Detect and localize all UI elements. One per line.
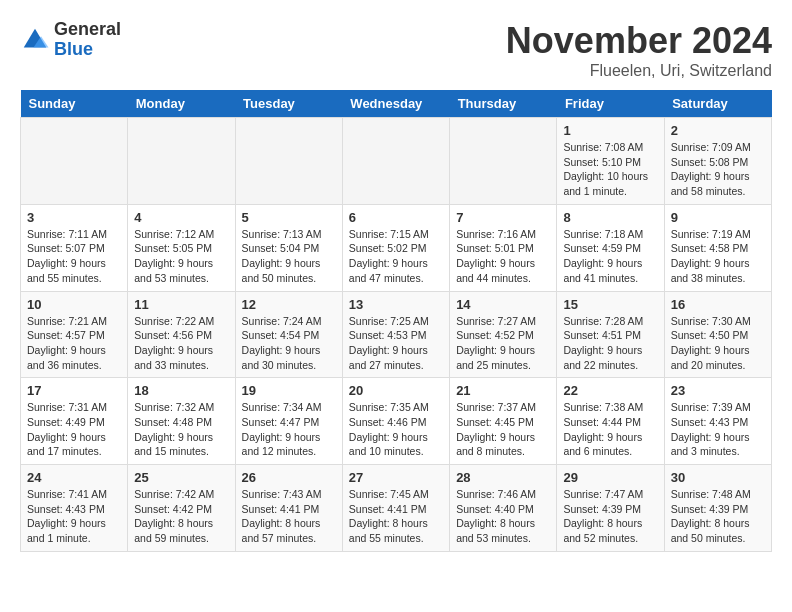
day-info: Sunrise: 7:13 AM Sunset: 5:04 PM Dayligh… <box>242 227 336 286</box>
table-row <box>21 118 128 205</box>
header-friday: Friday <box>557 90 664 118</box>
day-info: Sunrise: 7:27 AM Sunset: 4:52 PM Dayligh… <box>456 314 550 373</box>
logo-blue: Blue <box>54 40 121 60</box>
day-number: 13 <box>349 297 443 312</box>
day-number: 15 <box>563 297 657 312</box>
calendar-week-row: 1Sunrise: 7:08 AM Sunset: 5:10 PM Daylig… <box>21 118 772 205</box>
day-info: Sunrise: 7:34 AM Sunset: 4:47 PM Dayligh… <box>242 400 336 459</box>
day-number: 29 <box>563 470 657 485</box>
header-saturday: Saturday <box>664 90 771 118</box>
day-info: Sunrise: 7:30 AM Sunset: 4:50 PM Dayligh… <box>671 314 765 373</box>
day-number: 24 <box>27 470 121 485</box>
page-header: General Blue November 2024 Flueelen, Uri… <box>20 20 772 80</box>
table-row: 24Sunrise: 7:41 AM Sunset: 4:43 PM Dayli… <box>21 465 128 552</box>
calendar-week-row: 17Sunrise: 7:31 AM Sunset: 4:49 PM Dayli… <box>21 378 772 465</box>
day-number: 10 <box>27 297 121 312</box>
day-number: 21 <box>456 383 550 398</box>
day-number: 19 <box>242 383 336 398</box>
header-wednesday: Wednesday <box>342 90 449 118</box>
table-row: 12Sunrise: 7:24 AM Sunset: 4:54 PM Dayli… <box>235 291 342 378</box>
day-info: Sunrise: 7:21 AM Sunset: 4:57 PM Dayligh… <box>27 314 121 373</box>
table-row <box>450 118 557 205</box>
day-number: 6 <box>349 210 443 225</box>
day-number: 9 <box>671 210 765 225</box>
day-info: Sunrise: 7:38 AM Sunset: 4:44 PM Dayligh… <box>563 400 657 459</box>
day-number: 12 <box>242 297 336 312</box>
table-row: 5Sunrise: 7:13 AM Sunset: 5:04 PM Daylig… <box>235 204 342 291</box>
table-row: 13Sunrise: 7:25 AM Sunset: 4:53 PM Dayli… <box>342 291 449 378</box>
day-number: 14 <box>456 297 550 312</box>
logo-general: General <box>54 20 121 40</box>
table-row: 7Sunrise: 7:16 AM Sunset: 5:01 PM Daylig… <box>450 204 557 291</box>
day-number: 7 <box>456 210 550 225</box>
day-info: Sunrise: 7:31 AM Sunset: 4:49 PM Dayligh… <box>27 400 121 459</box>
day-number: 8 <box>563 210 657 225</box>
header-thursday: Thursday <box>450 90 557 118</box>
day-number: 23 <box>671 383 765 398</box>
day-number: 26 <box>242 470 336 485</box>
day-number: 30 <box>671 470 765 485</box>
logo: General Blue <box>20 20 121 60</box>
table-row: 20Sunrise: 7:35 AM Sunset: 4:46 PM Dayli… <box>342 378 449 465</box>
day-info: Sunrise: 7:46 AM Sunset: 4:40 PM Dayligh… <box>456 487 550 546</box>
title-block: November 2024 Flueelen, Uri, Switzerland <box>506 20 772 80</box>
header-sunday: Sunday <box>21 90 128 118</box>
day-info: Sunrise: 7:28 AM Sunset: 4:51 PM Dayligh… <box>563 314 657 373</box>
day-info: Sunrise: 7:39 AM Sunset: 4:43 PM Dayligh… <box>671 400 765 459</box>
day-info: Sunrise: 7:48 AM Sunset: 4:39 PM Dayligh… <box>671 487 765 546</box>
day-info: Sunrise: 7:37 AM Sunset: 4:45 PM Dayligh… <box>456 400 550 459</box>
day-info: Sunrise: 7:22 AM Sunset: 4:56 PM Dayligh… <box>134 314 228 373</box>
table-row: 8Sunrise: 7:18 AM Sunset: 4:59 PM Daylig… <box>557 204 664 291</box>
table-row: 27Sunrise: 7:45 AM Sunset: 4:41 PM Dayli… <box>342 465 449 552</box>
day-info: Sunrise: 7:15 AM Sunset: 5:02 PM Dayligh… <box>349 227 443 286</box>
table-row: 29Sunrise: 7:47 AM Sunset: 4:39 PM Dayli… <box>557 465 664 552</box>
day-info: Sunrise: 7:45 AM Sunset: 4:41 PM Dayligh… <box>349 487 443 546</box>
day-info: Sunrise: 7:08 AM Sunset: 5:10 PM Dayligh… <box>563 140 657 199</box>
table-row: 19Sunrise: 7:34 AM Sunset: 4:47 PM Dayli… <box>235 378 342 465</box>
table-row: 22Sunrise: 7:38 AM Sunset: 4:44 PM Dayli… <box>557 378 664 465</box>
table-row <box>235 118 342 205</box>
table-row: 17Sunrise: 7:31 AM Sunset: 4:49 PM Dayli… <box>21 378 128 465</box>
header-tuesday: Tuesday <box>235 90 342 118</box>
table-row: 3Sunrise: 7:11 AM Sunset: 5:07 PM Daylig… <box>21 204 128 291</box>
table-row: 2Sunrise: 7:09 AM Sunset: 5:08 PM Daylig… <box>664 118 771 205</box>
calendar-header-row: Sunday Monday Tuesday Wednesday Thursday… <box>21 90 772 118</box>
day-info: Sunrise: 7:12 AM Sunset: 5:05 PM Dayligh… <box>134 227 228 286</box>
day-info: Sunrise: 7:16 AM Sunset: 5:01 PM Dayligh… <box>456 227 550 286</box>
day-number: 2 <box>671 123 765 138</box>
day-number: 3 <box>27 210 121 225</box>
calendar-week-row: 24Sunrise: 7:41 AM Sunset: 4:43 PM Dayli… <box>21 465 772 552</box>
day-info: Sunrise: 7:25 AM Sunset: 4:53 PM Dayligh… <box>349 314 443 373</box>
calendar-table: Sunday Monday Tuesday Wednesday Thursday… <box>20 90 772 552</box>
day-info: Sunrise: 7:43 AM Sunset: 4:41 PM Dayligh… <box>242 487 336 546</box>
day-number: 5 <box>242 210 336 225</box>
logo-icon <box>20 25 50 55</box>
day-info: Sunrise: 7:18 AM Sunset: 4:59 PM Dayligh… <box>563 227 657 286</box>
table-row <box>128 118 235 205</box>
day-number: 20 <box>349 383 443 398</box>
table-row: 23Sunrise: 7:39 AM Sunset: 4:43 PM Dayli… <box>664 378 771 465</box>
day-number: 25 <box>134 470 228 485</box>
day-number: 18 <box>134 383 228 398</box>
day-number: 16 <box>671 297 765 312</box>
day-number: 1 <box>563 123 657 138</box>
table-row: 6Sunrise: 7:15 AM Sunset: 5:02 PM Daylig… <box>342 204 449 291</box>
day-info: Sunrise: 7:32 AM Sunset: 4:48 PM Dayligh… <box>134 400 228 459</box>
day-info: Sunrise: 7:19 AM Sunset: 4:58 PM Dayligh… <box>671 227 765 286</box>
table-row: 25Sunrise: 7:42 AM Sunset: 4:42 PM Dayli… <box>128 465 235 552</box>
day-number: 11 <box>134 297 228 312</box>
day-info: Sunrise: 7:41 AM Sunset: 4:43 PM Dayligh… <box>27 487 121 546</box>
day-info: Sunrise: 7:11 AM Sunset: 5:07 PM Dayligh… <box>27 227 121 286</box>
month-title: November 2024 <box>506 20 772 62</box>
table-row: 4Sunrise: 7:12 AM Sunset: 5:05 PM Daylig… <box>128 204 235 291</box>
table-row <box>342 118 449 205</box>
table-row: 11Sunrise: 7:22 AM Sunset: 4:56 PM Dayli… <box>128 291 235 378</box>
day-number: 27 <box>349 470 443 485</box>
table-row: 18Sunrise: 7:32 AM Sunset: 4:48 PM Dayli… <box>128 378 235 465</box>
day-info: Sunrise: 7:09 AM Sunset: 5:08 PM Dayligh… <box>671 140 765 199</box>
table-row: 1Sunrise: 7:08 AM Sunset: 5:10 PM Daylig… <box>557 118 664 205</box>
table-row: 26Sunrise: 7:43 AM Sunset: 4:41 PM Dayli… <box>235 465 342 552</box>
header-monday: Monday <box>128 90 235 118</box>
day-info: Sunrise: 7:47 AM Sunset: 4:39 PM Dayligh… <box>563 487 657 546</box>
table-row: 9Sunrise: 7:19 AM Sunset: 4:58 PM Daylig… <box>664 204 771 291</box>
